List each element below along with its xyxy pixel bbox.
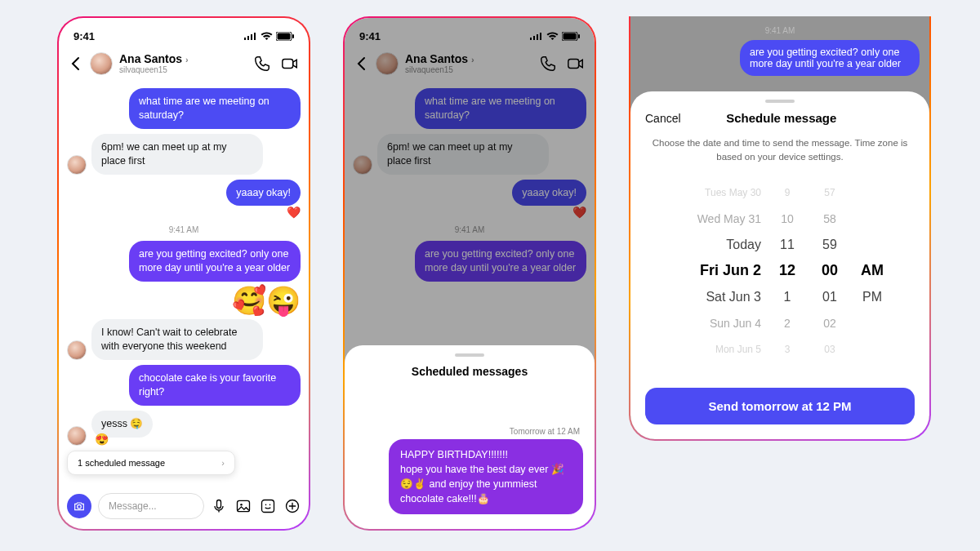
send-scheduled-button[interactable]: Send tomorrow at 12 PM: [645, 388, 915, 424]
timestamp: 9:41 AM: [630, 26, 929, 35]
status-time: 9:41: [74, 30, 95, 42]
schedule-message-sheet: Cancel Schedule message Choose the date …: [630, 91, 929, 439]
contact-name: Ana Santos: [119, 52, 182, 65]
phone-schedule-picker: 9:41 AM are you getting excited? only on…: [629, 16, 931, 441]
picker-selected-row: Fri Jun 21200AM: [645, 258, 915, 284]
svg-rect-12: [262, 500, 274, 513]
scheduled-time-label: Tomorrow at 12 AM: [356, 427, 583, 436]
camera-button[interactable]: [67, 494, 91, 518]
message-sent[interactable]: chocolate cake is your favorite right?: [129, 365, 301, 406]
back-button[interactable]: [69, 56, 83, 71]
sheet-grabber[interactable]: [455, 353, 484, 357]
svg-rect-10: [238, 500, 250, 511]
scheduled-messages-sheet: Scheduled messages Tomorrow at 12 AM HAP…: [345, 345, 595, 530]
message-sent[interactable]: are you getting excited? only one more d…: [129, 241, 301, 282]
svg-rect-5: [278, 33, 291, 39]
status-bar: 9:41: [59, 24, 309, 47]
phone-chat: 9:41 Ana Santos › silvaqueen15: [57, 16, 310, 531]
svg-point-13: [265, 504, 267, 506]
sender-avatar: [67, 340, 87, 360]
message-reaction[interactable]: 😍: [95, 433, 109, 446]
contact-avatar[interactable]: [90, 52, 113, 75]
svg-point-8: [78, 504, 82, 509]
battery-icon: [276, 32, 294, 41]
sheet-title: Schedule message: [648, 111, 915, 125]
contact-handle: silvaqueen15: [119, 64, 189, 75]
add-button[interactable]: [284, 498, 301, 514]
sheet-subtitle: Choose the date and time to send the mes…: [645, 136, 915, 180]
message-sent: are you getting excited? only one more d…: [740, 40, 920, 76]
message-received[interactable]: 6pm! we can meet up at my place first: [91, 134, 263, 175]
message-reaction[interactable]: ❤️: [287, 206, 301, 219]
timestamp: 9:41 AM: [67, 225, 301, 234]
svg-rect-7: [283, 60, 293, 69]
gallery-button[interactable]: [235, 498, 252, 514]
message-sent[interactable]: what time are we meeting on saturday?: [129, 88, 301, 129]
mic-button[interactable]: [211, 498, 227, 514]
sticker-button[interactable]: [260, 498, 276, 514]
sender-avatar: [67, 155, 87, 175]
datetime-picker[interactable]: Tues May 30957 Wed May 311058 Today1159 …: [645, 180, 915, 389]
cellular-signal-icon: [244, 32, 257, 40]
svg-rect-6: [292, 34, 294, 38]
svg-point-14: [270, 504, 271, 506]
composer: Message...: [59, 487, 309, 529]
message-input[interactable]: Message...: [98, 493, 204, 519]
status-icons: [244, 32, 294, 41]
banner-text: 1 scheduled message: [78, 458, 165, 468]
phone-scheduled-list: 9:41 Ana Santos › silvaqueen15: [343, 16, 596, 531]
scheduled-message-bubble[interactable]: HAPPY BIRTHDAY!!!!!!! hope you have the …: [389, 439, 583, 515]
audio-call-button[interactable]: [253, 55, 271, 73]
svg-rect-1: [247, 36, 249, 40]
svg-rect-2: [251, 34, 252, 40]
svg-rect-9: [217, 500, 221, 509]
sender-avatar: [67, 426, 87, 446]
chevron-right-icon: ›: [221, 458, 225, 468]
svg-rect-0: [244, 38, 246, 40]
scheduled-message-banner[interactable]: 1 scheduled message ›: [67, 451, 235, 475]
svg-rect-3: [254, 33, 256, 40]
message-list[interactable]: what time are we meeting on saturday? 6p…: [59, 83, 309, 487]
svg-point-11: [240, 504, 243, 506]
video-call-button[interactable]: [281, 55, 299, 73]
contact-info[interactable]: Ana Santos › silvaqueen15: [119, 53, 189, 75]
message-received[interactable]: I know! Can't wait to celebrate with eve…: [91, 319, 263, 360]
sticker[interactable]: 🥰😜: [232, 287, 301, 314]
sheet-grabber[interactable]: [765, 100, 795, 103]
chat-header: Ana Santos › silvaqueen15: [59, 47, 309, 83]
message-sent[interactable]: yaaay okay!: [226, 180, 301, 207]
wifi-icon: [261, 32, 273, 41]
sheet-title: Scheduled messages: [356, 365, 583, 378]
